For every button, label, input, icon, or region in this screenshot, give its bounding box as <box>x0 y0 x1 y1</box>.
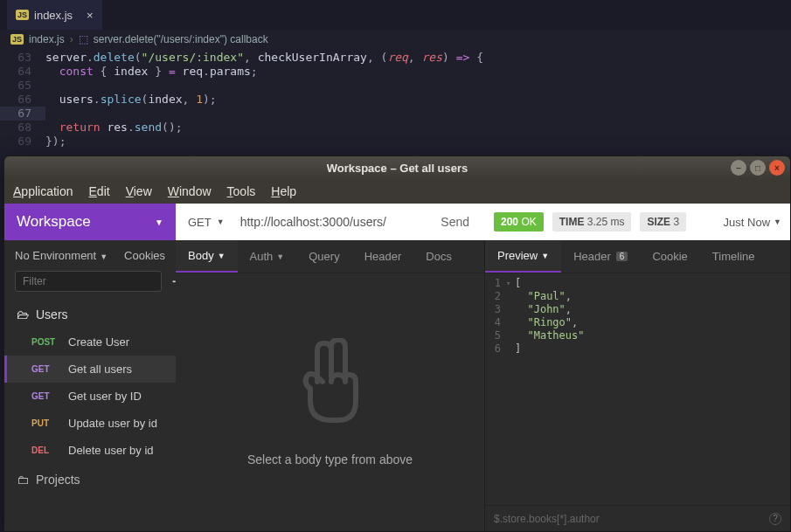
projects-label: Projects <box>36 473 80 487</box>
menu-help[interactable]: Help <box>271 184 296 198</box>
tab-header[interactable]: Header <box>352 240 414 273</box>
method-label: PUT <box>31 418 59 428</box>
folder-icon: 🗀 <box>17 473 29 487</box>
editor-tab-bar: JS index.js × <box>0 0 791 30</box>
close-icon[interactable]: × <box>87 9 94 22</box>
chevron-down-icon: ▼ <box>276 252 284 261</box>
count-badge: 6 <box>616 252 628 261</box>
cookies-button[interactable]: Cookies <box>124 249 165 262</box>
chevron-right-icon: › <box>70 33 73 45</box>
folder-users[interactable]: 🗁 Users <box>4 301 176 328</box>
url-input[interactable] <box>237 215 426 229</box>
workspace-name: Workspace <box>17 213 91 231</box>
tab-docs[interactable]: Docs <box>413 240 464 273</box>
menu-window[interactable]: Window <box>168 184 212 198</box>
request-item[interactable]: DELDelete user by id <box>4 437 176 464</box>
request-name: Get all users <box>68 363 132 376</box>
minimize-icon[interactable]: – <box>731 160 746 176</box>
window-title: Workspace – Get all users <box>4 162 790 175</box>
workspace-selector[interactable]: Workspace ▼ <box>4 204 176 240</box>
symbol-icon: ⬚ <box>79 33 88 45</box>
window-titlebar[interactable]: Workspace – Get all users – □ × <box>4 156 790 179</box>
menu-edit[interactable]: Edit <box>89 184 110 198</box>
body-empty-message: Select a body type from above <box>247 453 413 466</box>
response-age[interactable]: Just Now ▼ <box>724 216 781 229</box>
request-name: Create User <box>68 335 129 349</box>
tab-timeline[interactable]: Timeline <box>700 240 767 273</box>
status-badge: 200 OK <box>494 212 544 231</box>
request-item[interactable]: PUTUpdate user by id <box>4 410 176 437</box>
folder-label: Users <box>36 307 68 321</box>
close-icon[interactable]: × <box>769 160 785 176</box>
js-badge-icon: JS <box>16 10 29 20</box>
menu-application[interactable]: Application <box>13 184 73 198</box>
menu-view[interactable]: View <box>126 184 152 198</box>
tab-query[interactable]: Query <box>296 240 351 273</box>
sidebar: Workspace ▼ No Environment▼ Cookies ✢▼ 🗁… <box>4 204 176 531</box>
menu-tools[interactable]: Tools <box>227 184 256 198</box>
code-editor: JS index.js × JS index.js › ⬚ server.del… <box>0 0 791 150</box>
folder-open-icon: 🗁 <box>17 307 29 321</box>
chevron-down-icon: ▼ <box>218 252 226 260</box>
method-label: GET <box>31 391 59 401</box>
method-label: DEL <box>31 446 59 455</box>
request-name: Get user by ID <box>68 390 142 403</box>
chevron-down-icon: ▼ <box>155 218 163 227</box>
request-item[interactable]: POSTCreate User <box>4 328 176 356</box>
time-badge: TIME 3.25 ms <box>552 212 632 231</box>
filter-input[interactable] <box>15 271 162 292</box>
breadcrumb-file: index.js <box>29 33 65 45</box>
response-body[interactable]: 1▾[2 "Paul",3 "John",4 "Ringo",5 "Matheu… <box>485 273 790 505</box>
help-icon[interactable]: ? <box>769 513 781 525</box>
code-block[interactable]: 63server.delete("/users/:index", checkUs… <box>0 49 791 150</box>
request-tabs: Body ▼Auth ▼QueryHeaderDocs <box>176 240 484 273</box>
tab-auth[interactable]: Auth ▼ <box>238 240 297 273</box>
tab-cookie[interactable]: Cookie <box>640 240 699 273</box>
request-name: Update user by id <box>68 417 157 430</box>
request-bar: GET ▼ Send 200 OK TIME 3.25 ms SIZE 3 Ju… <box>176 204 790 240</box>
tab-header[interactable]: Header6 <box>561 240 640 273</box>
chevron-down-icon: ▼ <box>217 218 225 226</box>
folder-projects[interactable]: 🗀 Projects <box>4 464 176 495</box>
size-badge: SIZE 3 <box>640 212 686 231</box>
response-tabs: Preview ▼Header6CookieTimeline <box>485 240 790 273</box>
request-item[interactable]: GETGet all users <box>4 356 176 383</box>
menu-bar: ApplicationEditViewWindowToolsHelp <box>4 179 790 204</box>
method-label: POST <box>31 337 59 347</box>
jsonpath-filter[interactable]: $.store.books[*].author ? <box>485 505 790 531</box>
request-item[interactable]: GETGet user by ID <box>4 383 176 410</box>
request-pane: Body ▼Auth ▼QueryHeaderDocs Select a bod… <box>176 240 485 531</box>
request-name: Delete user by id <box>68 444 154 457</box>
peace-hand-icon <box>291 338 370 428</box>
method-selector[interactable]: GET ▼ <box>176 216 237 229</box>
maximize-icon[interactable]: □ <box>750 160 766 176</box>
breadcrumb-symbol: server.delete("/users/:index") callback <box>94 33 268 45</box>
chevron-down-icon: ▼ <box>541 252 549 260</box>
insomnia-window: Workspace – Get all users – □ × Applicat… <box>3 155 791 532</box>
editor-tab[interactable]: JS index.js × <box>7 0 102 30</box>
js-badge-icon: JS <box>10 34 24 45</box>
breadcrumb[interactable]: JS index.js › ⬚ server.delete("/users/:i… <box>0 30 791 49</box>
chevron-down-icon: ▼ <box>774 218 781 226</box>
method-label: GET <box>31 364 59 374</box>
send-button[interactable]: Send <box>425 215 485 229</box>
tab-body[interactable]: Body ▼ <box>176 240 238 273</box>
tab-filename: index.js <box>34 9 73 22</box>
environment-selector[interactable]: No Environment▼ <box>15 249 108 262</box>
tab-preview[interactable]: Preview ▼ <box>485 240 561 273</box>
response-pane: Preview ▼Header6CookieTimeline 1▾[2 "Pau… <box>485 240 790 531</box>
